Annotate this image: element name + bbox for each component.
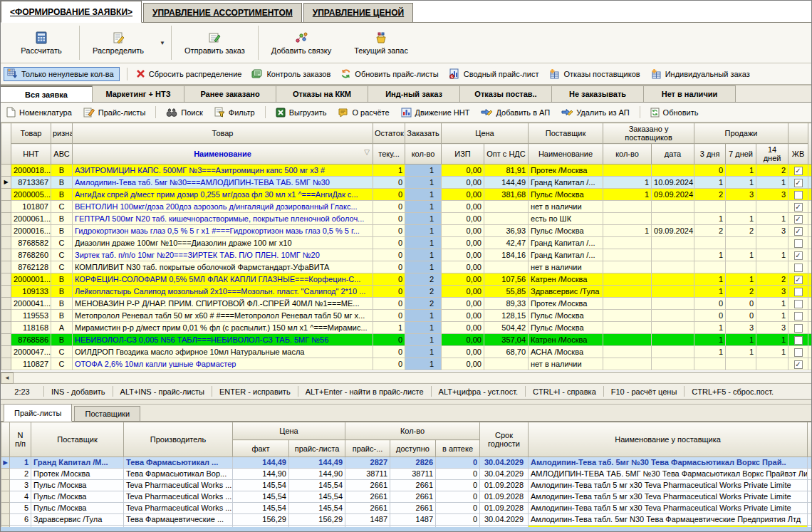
col-zakazano[interactable]: Заказано у поставщиков <box>603 123 694 144</box>
col-zhv[interactable]: ЖВ <box>788 144 808 165</box>
row-selector[interactable] <box>1 261 11 273</box>
cell-order-qty[interactable]: 1 <box>405 201 442 213</box>
col-manufacturer[interactable]: Производитель <box>124 422 233 457</box>
table-row[interactable]: 118168 А Мирамистин р-р д/мест прим 0,01… <box>1 322 812 334</box>
scroll-left-icon[interactable]: ◄ <box>1 372 14 384</box>
reset-distribution-button[interactable]: Сбросить распределение <box>135 68 244 80</box>
zhv-checkbox[interactable] <box>794 239 803 248</box>
summary-pricelist-button[interactable]: $ Сводный прайс-лист <box>447 67 541 80</box>
view-tab-marketing[interactable]: Маркетинг + НТЗ <box>93 85 184 102</box>
scrollbar-track[interactable] <box>14 373 811 382</box>
table-row[interactable]: 8768586 В НЕБИВОЛОЛ-СЗ 0,005 N56 ТАБЛ===… <box>1 334 812 346</box>
cell-order-qty[interactable]: 1 <box>405 322 442 334</box>
row-selector[interactable] <box>1 237 11 249</box>
table-row[interactable]: 2000041... В МЕНОВАЗИН Р-Р Д/НАР. ПРИМ. … <box>1 298 812 310</box>
table-row[interactable]: 2000018... В АЗИТРОМИЦИН КАПС. 500МГ №3=… <box>1 165 812 177</box>
pricelist-row[interactable]: 6 Здравсервис /Тула Тева Фармацевтически… <box>1 514 812 526</box>
col-abc[interactable]: АВС <box>51 144 73 165</box>
export-button[interactable]: Выгрузить <box>274 106 328 119</box>
col-prodazhi[interactable]: Продажи <box>694 123 788 144</box>
row-selector[interactable] <box>1 514 10 526</box>
bottom-tab-pricelists[interactable]: Прайс-листы <box>4 404 72 422</box>
zhv-checkbox[interactable] <box>794 227 803 236</box>
row-selector[interactable] <box>1 286 11 298</box>
zhv-checkbox[interactable] <box>794 336 803 345</box>
view-tab-ordered-before[interactable]: Ранее заказано <box>184 85 276 102</box>
col-cena[interactable]: Цена <box>442 123 529 144</box>
col-pricelist-price[interactable]: прайс-листа <box>289 440 345 457</box>
row-selector[interactable] <box>1 480 10 491</box>
view-tab-all[interactable]: Вся заявка <box>1 85 93 102</box>
col-teku[interactable]: теку... <box>373 144 405 165</box>
zhv-checkbox[interactable] <box>794 167 803 175</box>
order-control-button[interactable]: Контроль заказов <box>250 67 332 80</box>
horizontal-scrollbar[interactable]: ◄ <box>1 372 811 384</box>
row-selector[interactable] <box>1 225 11 237</box>
search-button[interactable]: Поиск <box>165 106 204 119</box>
col-sales-14d[interactable]: 14 дней <box>756 144 788 165</box>
table-row[interactable]: 119553 В Метопролол Реневал табл 50 мг х… <box>1 310 812 322</box>
table-row[interactable]: 8768582 С Диазолин драже 100мг №10===Диа… <box>1 237 812 249</box>
table-row[interactable]: ▶ 8713367 В Амлодипин-Тева таб. 5мг №30=… <box>1 177 812 189</box>
cell-order-qty[interactable]: 2 <box>405 286 442 298</box>
pricelist-row[interactable]: 5 Пульс /Москва Teva Pharmaceutical Work… <box>1 503 812 514</box>
zhv-checkbox[interactable] <box>794 288 803 296</box>
refresh-pricelists-button[interactable]: Обновить прайс-листы <box>339 67 439 80</box>
zhv-checkbox[interactable] <box>794 191 803 199</box>
row-selector[interactable] <box>1 201 11 213</box>
zhv-checkbox[interactable] <box>794 179 803 187</box>
cell-order-qty[interactable]: 2 <box>405 273 442 286</box>
col-supplier-item-name[interactable]: Наименование у поставщика <box>529 422 808 457</box>
table-row[interactable]: 2000001... В КОРФЕЦИН-СОЛОФАРМ 0,5% 5МЛ … <box>1 273 812 286</box>
tab-upravlenie-cenoj[interactable]: УПРАВЛЕНИЕ ЦЕНОЙ <box>303 3 414 22</box>
row-selector[interactable] <box>1 334 11 346</box>
col-ordered-qty[interactable]: кол-во <box>603 144 652 165</box>
row-selector[interactable] <box>1 346 11 358</box>
table-row[interactable]: 101807 С ВЕНТОЛИН 100мкг/доза 200доз аэр… <box>1 201 812 213</box>
remove-from-ap-button[interactable]: Удалить из АП <box>560 106 630 119</box>
current-stock-button[interactable]: Текущий запас <box>343 23 420 63</box>
send-order-button[interactable]: Отправить заказ <box>173 23 256 63</box>
col-fact[interactable]: факт <box>233 440 289 457</box>
row-selector[interactable]: ▶ <box>1 457 10 469</box>
panel-divider[interactable] <box>1 400 811 405</box>
col-opt[interactable]: Опт с НДС <box>484 144 529 165</box>
distribute-dropdown-arrow[interactable]: ▼ <box>155 23 170 63</box>
col-priznak[interactable]: ризна <box>51 123 73 144</box>
view-tab-do-not-order[interactable]: Не заказывать <box>552 85 644 102</box>
view-tab-individual[interactable]: Инд-ный заказ <box>368 85 460 102</box>
view-tab-kkm-refusals[interactable]: Отказы на ККМ <box>276 85 368 102</box>
pricelist-row[interactable]: ▶ 1 Гранд Капитал /М... Тева Фармасьютик… <box>1 457 812 469</box>
pricelists-button[interactable]: Прайс-листы <box>82 105 147 119</box>
row-selector[interactable] <box>1 491 10 503</box>
row-selector[interactable] <box>1 189 11 201</box>
nonzero-quantities-toggle[interactable]: Только ненулевые кол-ва <box>4 67 120 81</box>
col-qty-pharmacy[interactable]: в аптеке <box>436 440 480 457</box>
about-calculation-button[interactable]: О расчёте <box>336 106 390 119</box>
col-qty-available[interactable]: доступно <box>390 440 436 457</box>
zhv-checkbox[interactable] <box>794 348 803 357</box>
cell-order-qty[interactable]: 1 <box>405 189 442 201</box>
view-tab-not-available[interactable]: Нет в наличии <box>644 85 736 102</box>
zhv-checkbox[interactable] <box>794 312 803 320</box>
cell-order-qty[interactable]: 1 <box>405 225 442 237</box>
col-ordered-date[interactable]: дата <box>652 144 694 165</box>
filter-button[interactable]: Фильтр <box>213 105 256 119</box>
table-row[interactable]: 2000005... В АнгиДак спрей д/мест прим д… <box>1 189 812 201</box>
tab-upravlenie-assortimentom[interactable]: УПРАВЛЕНИЕ АССОРТИМЕНТОМ <box>143 3 302 22</box>
add-to-ap-button[interactable]: Добавить в АП <box>479 106 551 119</box>
cell-order-qty[interactable]: 1 <box>405 237 442 249</box>
col-price-group[interactable]: Цена <box>233 422 345 440</box>
zhv-checkbox[interactable] <box>794 276 803 284</box>
cell-order-qty[interactable]: 1 <box>405 177 442 189</box>
col-num[interactable]: N п/п <box>10 422 31 457</box>
table-row[interactable]: 2000061... В ГЕПТРАЛ 500мг N20 таб. кише… <box>1 213 812 225</box>
row-selector[interactable] <box>1 298 11 310</box>
table-row[interactable]: 2000016... В Гидрокортизон мазь глаз 0,5… <box>1 225 812 237</box>
cell-order-qty[interactable]: 2 <box>405 298 442 310</box>
sort-indicator-icon[interactable]: ▽ <box>364 148 370 156</box>
cell-order-qty[interactable]: 1 <box>405 358 442 370</box>
row-selector[interactable] <box>1 503 10 514</box>
col-sales-7d[interactable]: 7 дней <box>726 144 756 165</box>
zhv-checkbox[interactable] <box>794 360 803 369</box>
